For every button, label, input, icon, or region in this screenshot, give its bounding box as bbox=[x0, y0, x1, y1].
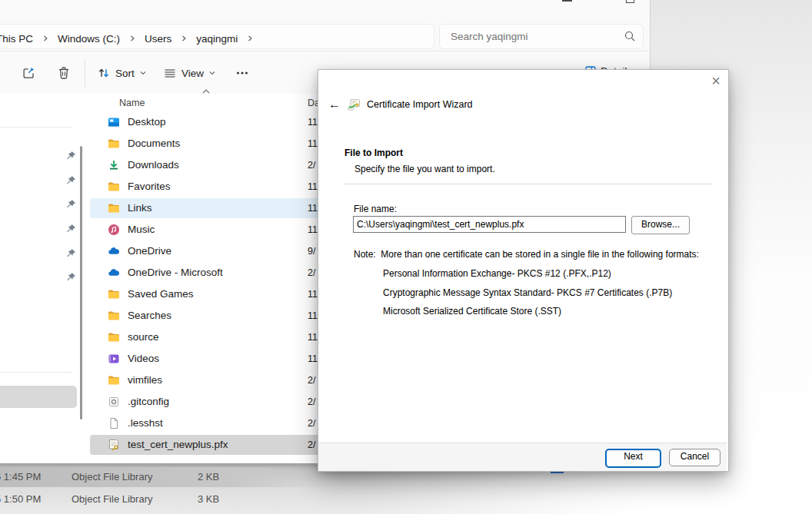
sort-label: Sort bbox=[115, 68, 135, 79]
sidebar-pinned-item[interactable] bbox=[62, 194, 80, 213]
search-input[interactable] bbox=[449, 25, 614, 48]
breadcrumb: This PCWindows (C:)Usersyaqingmi bbox=[0, 31, 261, 46]
more-options-button[interactable] bbox=[235, 61, 250, 85]
file-date-fragment: 11 bbox=[308, 117, 318, 128]
sidebar-pinned-item[interactable] bbox=[62, 267, 80, 286]
background-file-row[interactable]: 5 1:50 PM Object File Library 3 KB bbox=[0, 489, 331, 509]
folder-icon bbox=[108, 310, 120, 322]
chevron-right-icon[interactable] bbox=[35, 35, 56, 42]
file-date-fragment: 11 bbox=[308, 289, 318, 300]
minimize-icon[interactable] bbox=[562, 0, 572, 2]
chevron-right-icon[interactable] bbox=[121, 35, 143, 42]
next-button[interactable]: Next bbox=[605, 449, 661, 468]
breadcrumb-item[interactable]: Users bbox=[143, 33, 173, 45]
file-icon bbox=[108, 417, 120, 429]
file-time: 5 1:45 PM bbox=[0, 471, 41, 482]
chevron-down-icon bbox=[208, 69, 216, 77]
cloud-icon bbox=[108, 245, 120, 257]
view-button[interactable]: View bbox=[163, 61, 216, 85]
column-header-name[interactable]: Name bbox=[119, 98, 145, 108]
folder-icon bbox=[108, 202, 120, 214]
file-name-input[interactable] bbox=[353, 216, 626, 233]
file-date-fragment: 2/ bbox=[308, 375, 315, 386]
view-label: View bbox=[181, 68, 204, 79]
cancel-button[interactable]: Cancel bbox=[669, 449, 720, 466]
dialog-header: ← Certificate Import Wizard bbox=[328, 98, 473, 111]
sidebar-pinned-item[interactable] bbox=[62, 219, 80, 237]
file-name: .lesshst bbox=[128, 417, 163, 429]
delete-button[interactable] bbox=[57, 61, 71, 85]
file-name: Favorites bbox=[128, 181, 171, 192]
certificate-import-wizard-dialog: × ← Certificate Import Wizard File to Im… bbox=[318, 69, 729, 472]
breadcrumb-item[interactable]: yaqingmi bbox=[195, 33, 239, 45]
sort-button[interactable]: Sort bbox=[97, 61, 147, 85]
header-divider bbox=[344, 184, 713, 184]
file-type: Object File Library bbox=[72, 471, 152, 482]
share-button[interactable] bbox=[21, 61, 36, 85]
pin-icon bbox=[66, 151, 76, 161]
back-arrow-icon[interactable]: ← bbox=[328, 98, 341, 111]
sidebar-pinned-item[interactable] bbox=[62, 146, 80, 164]
pin-icon bbox=[66, 248, 76, 258]
file-date-fragment: 11 bbox=[308, 181, 318, 192]
background-file-row[interactable]: 5 1:45 PM Object File Library 2 KB bbox=[0, 467, 331, 487]
folder-icon bbox=[108, 374, 120, 386]
folder-icon bbox=[108, 181, 120, 193]
chevron-down-icon bbox=[139, 69, 147, 77]
chevron-right-icon[interactable] bbox=[173, 35, 195, 42]
file-name: Downloads bbox=[128, 159, 179, 171]
close-icon[interactable]: × bbox=[711, 73, 720, 88]
file-date-fragment: 11 bbox=[308, 224, 318, 235]
file-name: Links bbox=[128, 202, 152, 214]
file-date-fragment: 2/ bbox=[308, 267, 315, 278]
sidebar-pinned-item[interactable] bbox=[62, 244, 80, 262]
file-date-fragment: 11 bbox=[308, 203, 318, 214]
file-size: 2 KB bbox=[198, 471, 219, 482]
sidebar-scrollbar[interactable] bbox=[80, 146, 82, 419]
search-box bbox=[439, 24, 644, 49]
format-item: Personal Information Exchange- PKCS #12 … bbox=[383, 268, 611, 279]
dialog-title: Certificate Import Wizard bbox=[367, 99, 473, 110]
format-item: Microsoft Serialized Certificate Store (… bbox=[383, 306, 561, 317]
browse-button[interactable]: Browse... bbox=[631, 216, 690, 234]
screen: 5 1:45 PM Object File Library 2 KB 5 1:5… bbox=[0, 0, 812, 514]
folder-icon bbox=[108, 138, 120, 150]
sidebar-divider bbox=[0, 127, 72, 128]
search-icon bbox=[624, 30, 636, 42]
sidebar-item-selected[interactable] bbox=[0, 386, 77, 408]
toolbar-divider bbox=[85, 59, 85, 87]
desktop-icon bbox=[108, 116, 120, 128]
note-text: Note: More than one certificate can be s… bbox=[354, 249, 700, 260]
file-name: Desktop bbox=[128, 116, 166, 128]
file-name: source bbox=[128, 331, 159, 343]
file-date-fragment: 2/ bbox=[308, 439, 315, 450]
certificate-wizard-icon bbox=[347, 98, 361, 111]
view-icon bbox=[163, 66, 177, 80]
breadcrumb-item[interactable]: This PC bbox=[0, 33, 35, 45]
chevron-right-icon[interactable] bbox=[239, 35, 261, 42]
file-name: Videos bbox=[128, 353, 159, 364]
file-time: 5 1:50 PM bbox=[0, 493, 41, 505]
file-name: Saved Games bbox=[128, 288, 194, 300]
sort-ascending-icon bbox=[201, 88, 211, 95]
breadcrumb-item[interactable]: Windows (C:) bbox=[56, 33, 121, 45]
file-name: test_cert_newplus.pfx bbox=[128, 439, 228, 450]
folder-icon bbox=[108, 331, 120, 343]
dialog-footer: Next Cancel bbox=[318, 443, 727, 471]
file-date-fragment: 2/ bbox=[308, 396, 315, 407]
certificate-icon bbox=[108, 439, 120, 451]
maximize-icon[interactable] bbox=[626, 0, 634, 3]
explorer-titlebar bbox=[0, 0, 650, 22]
music-icon bbox=[108, 224, 120, 236]
file-date-fragment: 11 bbox=[308, 332, 318, 343]
file-date-fragment: 9/ bbox=[308, 246, 315, 257]
sidebar-pinned-item[interactable] bbox=[62, 171, 80, 189]
address-bar: This PCWindows (C:)Usersyaqingmi bbox=[0, 22, 650, 51]
pin-icon bbox=[66, 199, 76, 209]
trash-icon bbox=[57, 65, 71, 81]
file-name: .gitconfig bbox=[128, 396, 169, 407]
file-size: 3 KB bbox=[198, 493, 219, 505]
file-date-fragment: 11 bbox=[308, 310, 318, 321]
file-date-fragment: 11 bbox=[308, 353, 318, 364]
file-name: Music bbox=[128, 224, 155, 235]
